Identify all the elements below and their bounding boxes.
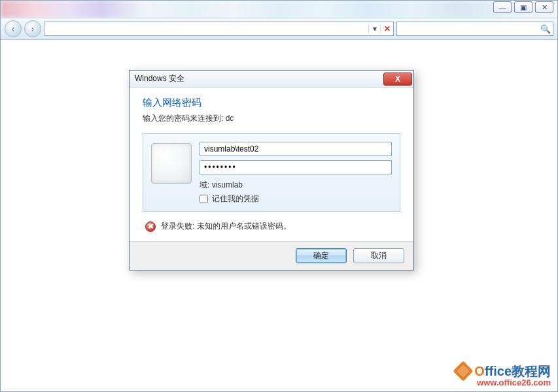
search-input[interactable]	[397, 24, 538, 33]
dialog-close-button[interactable]: X	[383, 73, 412, 86]
watermark-line1-accent: O	[474, 364, 485, 378]
dialog-titlebar: Windows 安全 X	[130, 71, 413, 88]
watermark: Office教程网 www.office26.com	[456, 364, 551, 387]
dialog-button-row: 确定 取消	[130, 241, 413, 270]
address-clear-icon[interactable]: ✕	[380, 24, 393, 33]
minimize-button[interactable]: —	[493, 1, 512, 13]
cancel-button[interactable]: 取消	[353, 248, 404, 263]
forward-button[interactable]: ›	[24, 20, 41, 37]
error-row: ✖ 登录失败: 未知的用户名或错误密码。	[145, 221, 398, 232]
address-input[interactable]	[44, 24, 368, 33]
forward-arrow-icon: ›	[31, 24, 35, 34]
window-caption-buttons: — ▣ ✕	[493, 1, 553, 13]
remember-credentials-row[interactable]: 记住我的凭据	[200, 193, 392, 204]
user-avatar-icon	[151, 143, 192, 184]
credentials-panel: 域: visumlab 记住我的凭据	[143, 133, 400, 212]
close-icon: X	[395, 74, 400, 84]
window-close-button[interactable]: ✕	[535, 1, 553, 13]
dialog-body: 输入网络密码 输入您的密码来连接到: dc 域: visumlab 记住我的凭据…	[130, 88, 413, 241]
ok-button[interactable]: 确定	[296, 248, 347, 263]
watermark-line1-rest: ffice教程网	[485, 364, 551, 378]
address-dropdown-icon[interactable]: ▾	[368, 24, 380, 33]
watermark-logo-icon	[453, 361, 474, 381]
dialog-subtext: 输入您的密码来连接到: dc	[143, 113, 400, 124]
back-arrow-icon: ‹	[12, 24, 15, 34]
password-field[interactable]	[200, 160, 392, 174]
error-text: 登录失败: 未知的用户名或错误密码。	[161, 221, 291, 232]
remember-checkbox[interactable]	[200, 195, 208, 203]
dialog-title: Windows 安全	[135, 73, 184, 84]
back-button[interactable]: ‹	[5, 20, 22, 37]
background-ribbon	[1, 1, 557, 18]
maximize-button[interactable]: ▣	[514, 1, 532, 13]
watermark-line2: www.office26.com	[456, 378, 551, 387]
address-bar[interactable]: ▾ ✕	[44, 22, 394, 36]
remember-label: 记住我的凭据	[212, 193, 259, 204]
domain-label: 域: visumlab	[200, 180, 392, 191]
dialog-heading: 输入网络密码	[143, 97, 400, 109]
username-field[interactable]	[200, 142, 392, 156]
credentials-fields: 域: visumlab 记住我的凭据	[200, 142, 392, 204]
explorer-toolbar: ‹ › ▾ ✕ 🔍	[1, 18, 557, 40]
error-icon: ✖	[145, 221, 156, 232]
search-box[interactable]: 🔍	[396, 22, 553, 36]
search-icon[interactable]: 🔍	[538, 24, 553, 34]
credentials-dialog: Windows 安全 X 输入网络密码 输入您的密码来连接到: dc 域: vi…	[129, 70, 414, 270]
